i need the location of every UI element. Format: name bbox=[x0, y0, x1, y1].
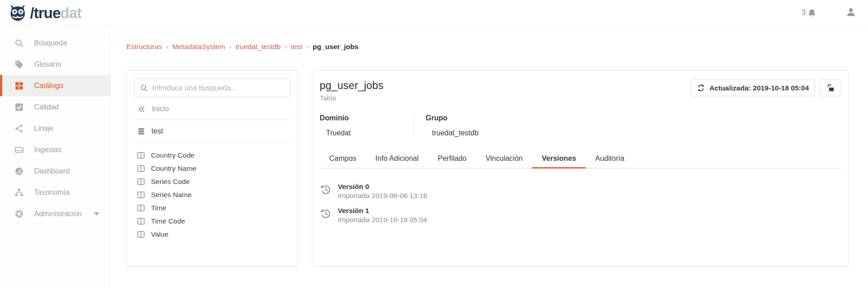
structure-detail-panel: pg_user_jobs Tabla Actualizada: 2019-10-… bbox=[312, 70, 849, 267]
tree-item-time[interactable]: Time bbox=[134, 201, 290, 214]
sidebar-item-ingestas[interactable]: Ingestas bbox=[0, 139, 110, 160]
user-icon bbox=[846, 7, 856, 17]
tree-item-country-name[interactable]: Country Name bbox=[134, 162, 290, 175]
user-menu-button[interactable] bbox=[846, 7, 856, 19]
sidebar-item-busqueda[interactable]: Búsqueda bbox=[0, 32, 110, 54]
tree-item-label: Time bbox=[151, 204, 166, 212]
tree-item-label: Country Name bbox=[151, 164, 196, 173]
lock-open-icon bbox=[826, 84, 835, 93]
page-title: pg_user_jobs bbox=[320, 79, 384, 92]
tree-item-series-name[interactable]: Series Name bbox=[134, 188, 290, 201]
logo-text-secondary: dat bbox=[60, 5, 82, 21]
versions-list: Versión 0 Importada 2019-06-06 13:16 Ver… bbox=[320, 183, 841, 224]
sidebar-item-administracion[interactable]: Administración bbox=[0, 203, 110, 224]
chevrons-left-icon bbox=[137, 105, 146, 113]
table-column-icon bbox=[137, 165, 145, 172]
tree-item-label: Series Code bbox=[151, 178, 190, 186]
field-value-dominio: Truedat bbox=[320, 129, 413, 137]
tree-item-country-code[interactable]: Country Code bbox=[134, 149, 290, 162]
sitemap-icon bbox=[15, 188, 24, 197]
sidebar-item-label: Ingestas bbox=[34, 146, 61, 154]
tag-icon bbox=[15, 60, 24, 69]
table-column-icon bbox=[137, 231, 145, 238]
tab-vinculacion[interactable]: Vinculación bbox=[476, 150, 532, 169]
notifications-button[interactable]: 3 bbox=[802, 8, 817, 18]
table-column-icon bbox=[137, 152, 145, 159]
breadcrumb-separator: › bbox=[229, 43, 231, 50]
sidebar-item-label: Administración bbox=[34, 210, 82, 218]
bell-icon bbox=[807, 8, 817, 18]
tree-item-label: Value bbox=[151, 230, 169, 238]
tab-auditoria[interactable]: Auditoría bbox=[586, 150, 634, 169]
tab-campos[interactable]: Campos bbox=[320, 150, 366, 169]
refresh-updated-button[interactable]: Actualizada: 2019-10-18 05:04 bbox=[691, 79, 815, 96]
check-square-icon bbox=[15, 103, 24, 112]
chevron-down-icon bbox=[92, 212, 101, 216]
tab-info-adicional[interactable]: Info Adicional bbox=[366, 150, 428, 169]
breadcrumb-separator: › bbox=[306, 43, 309, 50]
breadcrumb-current: pg_user_jobs bbox=[312, 43, 358, 51]
table-column-icon bbox=[137, 204, 145, 212]
tree-item-label: Country Code bbox=[151, 151, 195, 159]
sidebar-item-dashboard[interactable]: Dashboard bbox=[0, 160, 110, 182]
table-column-icon bbox=[137, 218, 145, 225]
tab-perfilado[interactable]: Perfilado bbox=[428, 150, 476, 169]
sidebar: Búsqueda Glosario Catálogo Calidad Linaj… bbox=[0, 26, 110, 288]
grid-icon bbox=[15, 81, 24, 90]
server-icon bbox=[15, 145, 24, 154]
breadcrumb-separator: › bbox=[285, 43, 287, 50]
breadcrumb: Estructuras › MetadataSystem › truedat_t… bbox=[126, 43, 849, 51]
breadcrumb-link-test[interactable]: test bbox=[291, 43, 302, 51]
sidebar-item-linaje[interactable]: Linaje bbox=[0, 118, 110, 139]
sidebar-item-glosario[interactable]: Glosario bbox=[0, 54, 110, 75]
tree-column-list: Country Code Country Name Series Code Se… bbox=[134, 149, 290, 241]
sidebar-item-label: Dashboard bbox=[34, 167, 70, 175]
main-content: Estructuras › MetadataSystem › truedat_t… bbox=[110, 26, 868, 288]
tree-search-input[interactable] bbox=[152, 84, 284, 92]
tree-item-test[interactable]: test bbox=[134, 120, 290, 143]
sidebar-item-label: Linaje bbox=[34, 124, 54, 133]
tree-back-label: Inicio bbox=[152, 105, 169, 113]
version-imported: Importada 2019-06-06 13:16 bbox=[338, 192, 427, 200]
history-icon bbox=[320, 208, 331, 219]
gauge-icon bbox=[15, 167, 24, 176]
search-icon bbox=[15, 39, 24, 48]
breadcrumb-link-metadatasystem[interactable]: MetadataSystem bbox=[172, 43, 225, 51]
tree-back-button[interactable]: Inicio bbox=[134, 97, 290, 119]
version-name: Versión 0 bbox=[338, 183, 427, 191]
version-item-1[interactable]: Versión 1 Importada 2019-10-18 05:04 bbox=[320, 207, 841, 224]
lock-button[interactable] bbox=[820, 79, 841, 96]
structure-tree-panel: Inicio test Country Code Country Name bbox=[126, 70, 298, 267]
truedat-logo[interactable]: /truedat bbox=[8, 3, 81, 22]
owl-logo-icon bbox=[8, 3, 27, 22]
tree-item-value[interactable]: Value bbox=[134, 228, 290, 241]
sidebar-item-taxonomia[interactable]: Taxonomía bbox=[0, 182, 110, 203]
field-value-grupo: truedat_testdb bbox=[426, 129, 841, 137]
notification-count: 3 bbox=[802, 9, 806, 17]
tree-item-series-code[interactable]: Series Code bbox=[134, 175, 290, 188]
table-column-icon bbox=[137, 191, 145, 199]
breadcrumb-link-estructuras[interactable]: Estructuras bbox=[126, 43, 162, 51]
version-name: Versión 1 bbox=[338, 207, 427, 215]
field-label-dominio: Dominio bbox=[320, 114, 413, 122]
sidebar-item-label: Taxonomía bbox=[34, 189, 70, 197]
structure-type-label: Tabla bbox=[320, 94, 384, 102]
updated-label: Actualizada: 2019-10-18 05:04 bbox=[709, 84, 809, 92]
tree-item-label: Series Name bbox=[151, 191, 192, 199]
logo-text-primary: /true bbox=[30, 5, 60, 21]
sidebar-item-catalogo[interactable]: Catálogo bbox=[0, 75, 110, 96]
tree-item-time-code[interactable]: Time Code bbox=[134, 214, 290, 228]
database-icon bbox=[137, 127, 145, 135]
tab-versiones[interactable]: Versiones bbox=[532, 150, 586, 169]
sidebar-item-label: Calidad bbox=[34, 103, 59, 111]
refresh-icon bbox=[697, 84, 705, 92]
detail-tabs: Campos Info Adicional Perfilado Vinculac… bbox=[320, 150, 841, 169]
breadcrumb-link-truedat-testdb[interactable]: truedat_testdb bbox=[236, 43, 281, 51]
sidebar-item-label: Búsqueda bbox=[34, 39, 67, 47]
detail-fields: Dominio Truedat Grupo truedat_testdb bbox=[320, 114, 841, 137]
breadcrumb-separator: › bbox=[166, 43, 168, 50]
history-icon bbox=[320, 184, 331, 195]
tree-search-box bbox=[134, 79, 290, 97]
sidebar-item-calidad[interactable]: Calidad bbox=[0, 96, 110, 118]
version-item-0[interactable]: Versión 0 Importada 2019-06-06 13:16 bbox=[320, 183, 841, 200]
